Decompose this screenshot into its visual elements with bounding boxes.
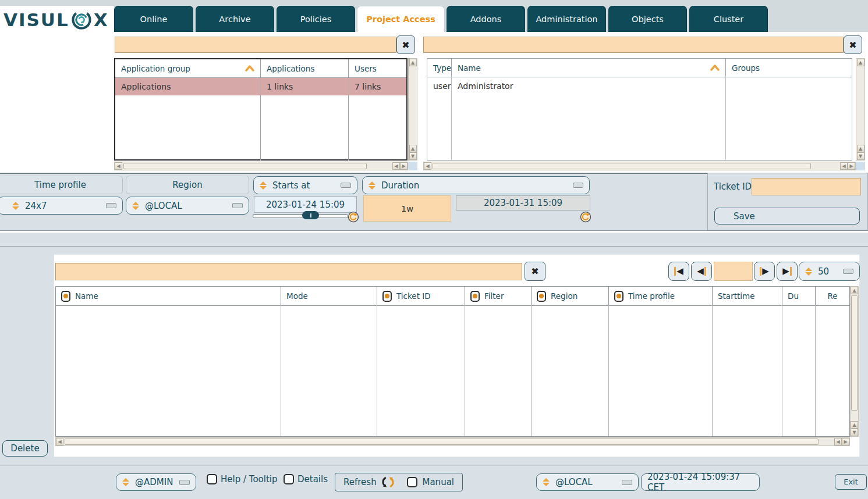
column-header-users[interactable]: Users [349, 59, 406, 77]
scrollbar-thumb[interactable] [433, 163, 811, 169]
tab-online[interactable]: Online [114, 6, 193, 32]
starts-at-reset-icon[interactable] [348, 211, 359, 225]
users-vertical-scrollbar[interactable]: ▲ ▲ ▼ [856, 58, 865, 161]
details-label: Details [297, 474, 328, 484]
scroll-left-icon[interactable]: ◀ [834, 438, 842, 445]
slider-track[interactable] [253, 214, 348, 218]
time-profile-header: Time profile [0, 176, 123, 194]
spinner-icon [805, 267, 813, 276]
tab-policies[interactable]: Policies [277, 6, 355, 32]
page-last-button[interactable]: ▶ [777, 262, 798, 281]
applications-vertical-scrollbar[interactable]: ▲ ▲ ▼ [408, 58, 417, 161]
access-list-table: Name Mode Ticket ID Filter Region Time p… [55, 286, 850, 437]
scrollbar-thumb[interactable] [65, 439, 819, 445]
column-header-region[interactable]: Region [532, 287, 609, 305]
list-search-input[interactable] [55, 263, 522, 280]
scroll-up-icon[interactable]: ▲ [851, 421, 858, 429]
scrollbar-thumb[interactable] [851, 295, 858, 411]
slider-thumb[interactable] [302, 211, 319, 219]
region-select[interactable]: @LOCAL [126, 197, 249, 215]
time-profile-select[interactable]: 24x7 [0, 197, 123, 215]
column-header-filter[interactable]: Filter [465, 287, 532, 305]
ends-at-value: 2023-01-31 15:09 [456, 195, 590, 211]
scroll-down-icon[interactable]: ▼ [857, 152, 865, 160]
page-first-button[interactable]: ◀ [668, 262, 689, 281]
tab-cluster[interactable]: Cluster [689, 6, 768, 32]
scroll-left-icon[interactable]: ◀ [392, 162, 400, 170]
scroll-up-icon[interactable]: ▲ [409, 145, 417, 152]
scroll-up-icon[interactable]: ▲ [851, 287, 858, 294]
list-horizontal-scrollbar[interactable]: ◀ ◀ ▶ [55, 437, 850, 446]
scroll-left-icon[interactable]: ◀ [56, 438, 63, 445]
admin-context-select[interactable]: @ADMIN [116, 473, 196, 491]
scroll-up-icon[interactable]: ▲ [857, 145, 865, 152]
scroll-left-icon[interactable]: ◀ [840, 162, 848, 170]
column-header-re[interactable]: Re [816, 287, 849, 305]
duration-select[interactable]: Duration [362, 176, 590, 194]
column-header-type[interactable]: Type [427, 59, 452, 77]
page-size-select[interactable]: 50 [799, 262, 860, 281]
column-header-starttime[interactable]: Starttime [713, 287, 782, 305]
page-prev-button[interactable]: ◀ [691, 262, 712, 281]
scrollbar-thumb[interactable] [123, 163, 367, 169]
local-region-select[interactable]: @LOCAL [536, 473, 639, 491]
exit-button[interactable]: Exit [835, 474, 867, 490]
starts-at-select[interactable]: Starts at [253, 176, 357, 194]
applications-table: Application group Applications Users App… [114, 58, 408, 161]
scroll-right-icon[interactable]: ▶ [848, 162, 855, 170]
column-header-du[interactable]: Du [782, 287, 816, 305]
filter-icon[interactable] [614, 291, 623, 302]
access-list-gridlines [56, 305, 816, 436]
tab-archive[interactable]: Archive [196, 6, 274, 32]
tab-addons[interactable]: Addons [447, 6, 525, 32]
column-header-mode[interactable]: Mode [281, 287, 377, 305]
column-header-name[interactable]: Name [56, 287, 281, 305]
list-search-clear-button[interactable]: ✖ [525, 262, 545, 281]
filter-icon[interactable] [470, 291, 480, 302]
scroll-left-icon[interactable]: ◀ [424, 162, 431, 170]
applications-search-input[interactable] [115, 37, 396, 53]
scroll-down-icon[interactable]: ▼ [409, 152, 417, 160]
users-row[interactable]: user Administrator [427, 77, 852, 95]
column-header-time-profile[interactable]: Time profile [609, 287, 713, 305]
ticket-id-input[interactable] [752, 178, 861, 195]
sort-asc-icon [710, 63, 720, 73]
list-vertical-scrollbar[interactable]: ▲ ▲ ▼ [850, 286, 859, 437]
ends-at-reset-icon[interactable] [580, 211, 591, 225]
tab-objects[interactable]: Objects [608, 6, 687, 32]
details-checkbox[interactable] [284, 474, 294, 484]
delete-button[interactable]: Delete [2, 440, 48, 457]
spinner-icon [132, 201, 140, 211]
starts-at-slider[interactable] [253, 214, 348, 218]
scroll-left-icon[interactable]: ◀ [115, 162, 122, 170]
users-search-input[interactable] [423, 37, 844, 53]
scroll-down-icon[interactable]: ▼ [851, 429, 858, 436]
column-header-groups[interactable]: Groups [726, 59, 852, 77]
column-header-ticket-id[interactable]: Ticket ID [377, 287, 465, 305]
manual-checkbox[interactable] [407, 477, 417, 487]
filter-icon[interactable] [537, 291, 546, 302]
starts-at-value[interactable]: 2023-01-24 15:09 [254, 196, 357, 213]
users-search-clear-button[interactable]: ✖ [844, 35, 862, 54]
refresh-icon[interactable] [381, 476, 395, 489]
scroll-right-icon[interactable]: ▶ [400, 162, 408, 170]
column-header-name[interactable]: Name [452, 59, 726, 77]
users-horizontal-scrollbar[interactable]: ◀ ◀ ▶ [423, 162, 856, 170]
applications-row-selected[interactable]: Applications 1 links 7 links [115, 78, 406, 95]
scroll-up-icon[interactable]: ▲ [857, 59, 865, 66]
column-header-application-group[interactable]: Application group [115, 59, 261, 77]
tab-project-access[interactable]: Project Access [357, 6, 445, 32]
scroll-up-icon[interactable]: ▲ [409, 59, 417, 66]
column-header-applications[interactable]: Applications [261, 59, 349, 77]
duration-value[interactable]: 1w [363, 195, 451, 222]
tab-administration[interactable]: Administration [527, 6, 606, 32]
page-next-button[interactable]: ▶ [754, 262, 775, 281]
applications-search-clear-button[interactable]: ✖ [396, 35, 415, 54]
applications-horizontal-scrollbar[interactable]: ◀ ◀ ▶ [114, 162, 408, 170]
filter-icon[interactable] [61, 291, 70, 302]
help-tooltip-checkbox[interactable] [207, 474, 217, 484]
save-button[interactable]: Save [714, 208, 860, 224]
filter-icon[interactable] [382, 291, 392, 302]
page-number-input[interactable] [714, 262, 753, 281]
scroll-right-icon[interactable]: ▶ [842, 438, 849, 445]
